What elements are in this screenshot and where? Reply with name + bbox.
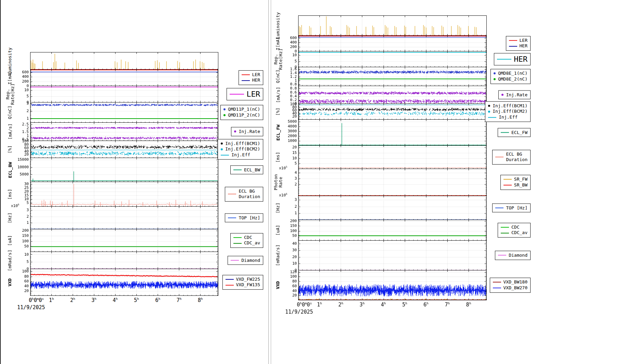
subplot-top-rate: 321[Hz]x106TOP [Hz]: [0, 206, 271, 229]
legend-label: Inj.Eff(BCM2): [493, 109, 527, 114]
x-tick-label: 2h: [70, 297, 75, 303]
y-tick-label: 50: [13, 244, 29, 248]
subplot-ecl-bw: 15000100005000ECL_BWECL_BW: [0, 158, 271, 182]
y-tick-label: 2: [13, 215, 29, 219]
y-tick-label: 15: [281, 151, 297, 155]
legend-dot-marker: [234, 131, 236, 133]
legend-item: CDC_av: [501, 230, 527, 236]
legend-ecl-bg-duration: ECL BG Duration: [225, 187, 263, 202]
plot-canvas-injection-efficiency: [298, 104, 487, 120]
legend-line-marker: [233, 243, 242, 244]
legend-label: ECL_FW: [511, 130, 527, 135]
y-tick-label: 40: [281, 289, 297, 293]
legend-line-marker: [509, 46, 517, 47]
date-label: 11/9/2025: [285, 309, 313, 315]
x-tick-label: 0h0m0s: [297, 301, 312, 308]
legend-line-marker: [497, 59, 511, 59]
legend-label: QMD11P_1(nC): [228, 107, 260, 112]
legend-label: Inj.Eff: [499, 114, 518, 120]
y-tick-label: 100: [281, 229, 297, 233]
legend-label: VXD_FW225: [236, 277, 260, 282]
subplot-injection-efficiency: 10080604020[%]Inj.Eff(BCM1)Inj.Eff(BCM2)…: [271, 104, 619, 120]
legend-ecl-bw: ECL_BW: [230, 165, 263, 174]
legend-dot-marker: [221, 148, 223, 150]
x-tick-label: 1h: [317, 301, 322, 308]
subplot-diamond: 403020100[mRad/s]Diamond: [271, 240, 619, 270]
legend-label: CDC_av: [244, 241, 260, 246]
legend-label: Inj.Rate: [239, 129, 260, 135]
plot-canvas-cdc-current: [30, 229, 218, 252]
axis-label-injection-rate: [mA/s]: [7, 122, 13, 141]
legend-item: Inj.Eff(BCM2): [221, 146, 260, 152]
legend-item: TOP [Hz]: [228, 215, 260, 221]
legend-label: QMD8E_2(nC): [498, 76, 527, 82]
plot-canvas-vxd: [30, 269, 218, 296]
plot-canvas-vxd: [298, 270, 487, 300]
legend-line-marker: [501, 132, 509, 133]
legend-item: QMD11P_1(nC): [223, 107, 260, 112]
plot-canvas-beam-current: [298, 35, 487, 51]
legend-dot-marker: [488, 105, 490, 107]
x-tick-label: 8h: [466, 301, 471, 308]
legend-top-rate: TOP [Hz]: [225, 213, 263, 222]
legend-label: Inj.Eff: [231, 152, 250, 158]
y-tick-label: 4: [281, 171, 297, 175]
y-tick-label: 10: [281, 156, 297, 160]
y-tick-label: 60: [13, 279, 29, 283]
legend-line-marker: [503, 185, 512, 185]
legend-line-marker: [498, 255, 506, 256]
plot-canvas-cdc-current: [298, 220, 487, 241]
plot-canvas-top-rate: [30, 206, 218, 229]
x-tick-label: 6h: [155, 297, 160, 303]
legend-line-marker: [231, 260, 239, 260]
legend-dot-marker: [494, 73, 496, 75]
y-tick-label: 200: [13, 80, 29, 84]
date-label: 11/9/2025: [17, 304, 45, 311]
legend-label: Inj.Eff(BCM1): [493, 103, 527, 109]
legend-injection-efficiency: Inj.Eff(BCM1)Inj.Eff(BCM2)Inj.Eff: [218, 139, 263, 160]
legend-label: Inj.Eff(BCM2): [225, 146, 260, 152]
axis-exponent-label: x105: [279, 166, 287, 170]
y-tick-label: 5000: [13, 172, 29, 177]
x-tick-label: 0h0m0s: [29, 297, 44, 303]
plot-canvas-ecl-bw: [30, 158, 218, 182]
subplot-vxd: 12010080604020VXDVXD_BW180VXD_BW270: [271, 270, 619, 300]
axis-label-diamond: [mRad/s]: [7, 252, 13, 269]
axis-exponent-label: x106: [11, 203, 19, 208]
legend-top-rate: TOP [Hz]: [492, 203, 531, 213]
y-tick-label: 3000: [281, 129, 297, 133]
y-tick-label: 80: [281, 279, 297, 283]
y-tick-label: 1: [13, 221, 29, 225]
y-tick-label: 60: [281, 284, 297, 288]
panel-divider: [268, 0, 269, 364]
legend-item: Diamond: [498, 253, 527, 258]
axis-label-injection-efficiency: [%]: [7, 141, 13, 158]
x-tick-label: 6h: [424, 301, 429, 308]
legend-injection-rate: Inj.Rate: [231, 127, 263, 136]
x-tick-label: 1h: [49, 297, 54, 303]
y-tick-label: 4000: [281, 124, 297, 129]
subplot-rep-rate: 1050Rep. Rate[Hz]LER: [0, 86, 271, 102]
axis-label-cdc-current: [uA]: [275, 220, 281, 241]
subplot-injection-efficiency: 10080604020[%]Inj.Eff(BCM1)Inj.Eff(BCM2)…: [0, 141, 271, 158]
legend-label: TOP [Hz]: [506, 205, 527, 211]
plot-canvas-injection-rate: [298, 86, 487, 104]
plot-canvas-diamond: [298, 240, 487, 270]
subplot-top-rate: 321[Hz]x106TOP [Hz]: [271, 196, 619, 220]
legend-diamond: Diamond: [228, 256, 263, 265]
subplot-rep-rate: 1050Rep. Rate[Hz]HER: [271, 51, 619, 67]
axis-label-diamond: [mRad/s]: [275, 240, 281, 270]
y-tick-label: 600: [281, 36, 297, 40]
y-tick-label: 2: [13, 109, 29, 113]
legend-label: Inj.Eff(BCM1): [225, 141, 260, 146]
legend-line-marker: [228, 194, 236, 195]
legend-line-marker: [226, 279, 234, 280]
panel-divider-2: [271, 0, 271, 364]
x-tick-label: 4h: [113, 297, 118, 303]
plot-canvas-injection-rate: [30, 122, 218, 141]
y-tick-label: 5000: [281, 120, 297, 124]
subplot-cdc-current: 20015010050[uA]CDCCDC_av: [0, 229, 271, 252]
y-tick-label: 100: [281, 275, 297, 279]
subplot-beam-current: 6004002000I[mA]LERHER: [0, 69, 271, 86]
legend-label: HER: [514, 54, 527, 63]
